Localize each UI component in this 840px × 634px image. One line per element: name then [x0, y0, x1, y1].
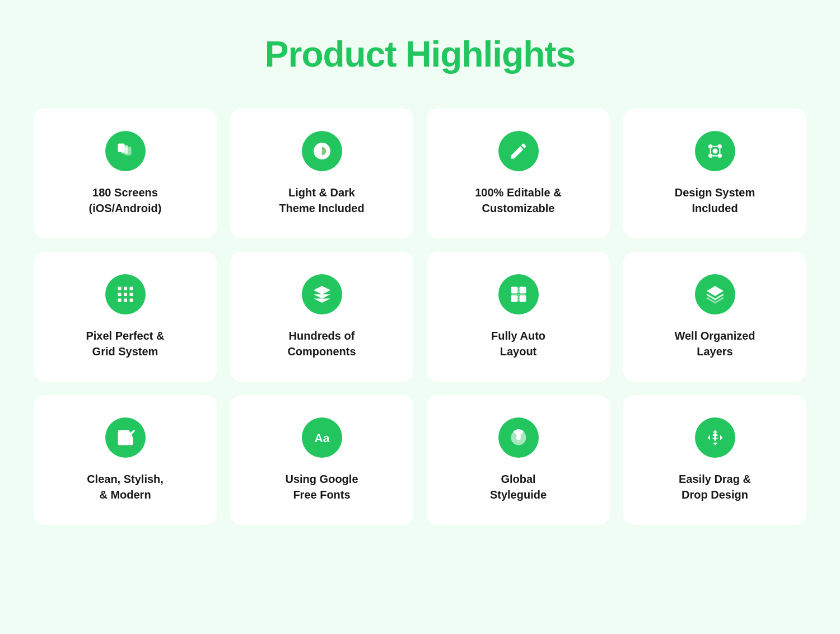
svg-point-6: [717, 144, 722, 149]
fonts-label: Using GoogleFree Fonts: [286, 471, 358, 502]
card-clean: Clean, Stylish,& Modern: [34, 395, 217, 525]
clean-icon: [105, 417, 146, 458]
card-fonts: Aa Using GoogleFree Fonts: [230, 395, 413, 525]
drag-drop-label: Easily Drag &Drop Design: [679, 471, 751, 502]
svg-point-26: [516, 435, 521, 440]
svg-point-9: [712, 149, 717, 154]
auto-layout-icon: [498, 274, 539, 314]
svg-point-7: [717, 154, 722, 158]
svg-rect-15: [129, 293, 133, 296]
svg-text:Aa: Aa: [314, 431, 329, 444]
clean-label: Clean, Stylish,& Modern: [87, 471, 164, 502]
auto-layout-label: Fully AutoLayout: [491, 328, 545, 359]
layers-icon: [695, 274, 735, 314]
svg-rect-17: [124, 299, 127, 302]
styleguide-icon: [498, 417, 539, 458]
components-icon: [302, 274, 342, 314]
svg-rect-14: [124, 293, 127, 296]
card-pixel-perfect: Pixel Perfect &Grid System: [34, 252, 217, 382]
card-components: Hundreds ofComponents: [230, 252, 413, 382]
card-layers: Well OrganizedLayers: [623, 252, 806, 382]
drag-drop-icon: [695, 417, 735, 458]
highlights-grid: 180 Screens(iOS/Android) Light & DarkThe…: [34, 109, 806, 525]
editable-label: 100% Editable &Customizable: [475, 185, 562, 216]
screens-label: 180 Screens(iOS/Android): [89, 185, 162, 216]
components-label: Hundreds ofComponents: [287, 328, 356, 359]
design-system-icon: [695, 131, 735, 171]
editable-icon: [498, 131, 539, 171]
fonts-icon: Aa: [302, 417, 342, 458]
svg-rect-11: [124, 287, 127, 290]
theme-icon: [302, 131, 342, 171]
svg-point-5: [708, 144, 713, 149]
card-screens: 180 Screens(iOS/Android): [34, 109, 217, 238]
layers-label: Well OrganizedLayers: [674, 328, 755, 359]
screens-icon: [105, 131, 146, 171]
card-design-system: Design SystemIncluded: [623, 109, 806, 238]
svg-point-8: [708, 154, 713, 158]
svg-rect-19: [511, 287, 517, 294]
design-system-label: Design SystemIncluded: [675, 185, 755, 216]
card-editable: 100% Editable &Customizable: [427, 109, 610, 238]
theme-label: Light & DarkTheme Included: [279, 185, 364, 216]
pixel-perfect-label: Pixel Perfect &Grid System: [86, 328, 164, 359]
svg-rect-12: [129, 287, 133, 290]
card-theme: Light & DarkTheme Included: [230, 109, 413, 238]
svg-rect-16: [118, 299, 121, 302]
svg-rect-2: [124, 147, 131, 156]
card-styleguide: GlobalStyleguide: [427, 395, 610, 525]
svg-rect-13: [118, 293, 121, 296]
page-title: Product Highlights: [265, 34, 575, 75]
pixel-perfect-icon: [105, 274, 146, 314]
svg-rect-20: [519, 287, 526, 294]
svg-rect-21: [511, 295, 517, 302]
svg-rect-22: [519, 295, 526, 302]
card-auto-layout: Fully AutoLayout: [427, 252, 610, 382]
styleguide-label: GlobalStyleguide: [490, 471, 547, 502]
svg-rect-18: [129, 299, 133, 302]
svg-rect-10: [118, 287, 121, 290]
card-drag-drop: Easily Drag &Drop Design: [623, 395, 806, 525]
